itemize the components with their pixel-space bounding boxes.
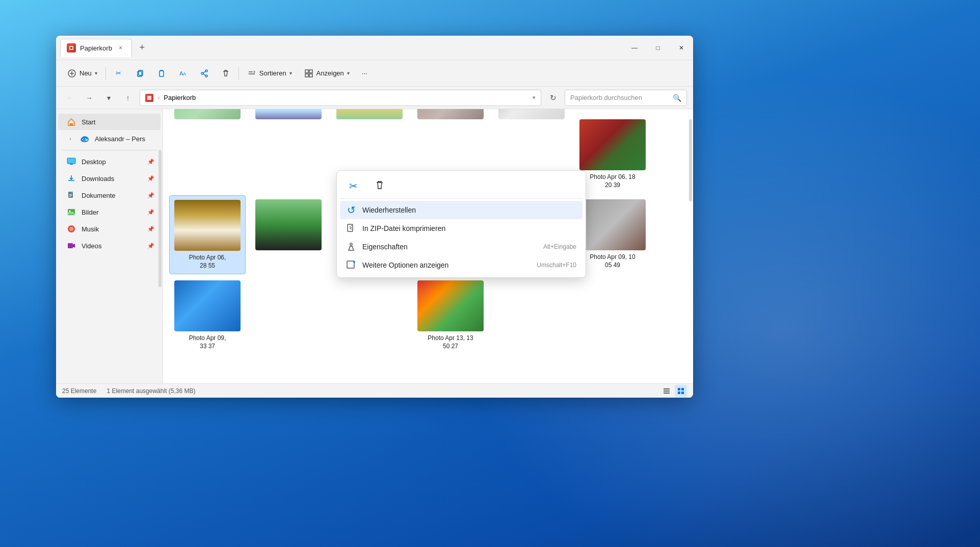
ctx-restore-item[interactable]: ↺ Wiederherstellen: [340, 201, 582, 219]
papierkorb-tab[interactable]: Papierkorb ×: [60, 39, 132, 57]
status-bar: 25 Elemente 1 Element ausgewählt (5,36 M…: [56, 383, 693, 398]
spacer: [250, 276, 327, 354]
sidebar-item-start[interactable]: Start: [58, 114, 161, 130]
ctx-more-label: Weitere Optionen anzeigen: [362, 261, 448, 269]
list-item[interactable]: Photo Apr 09,33 37: [169, 276, 246, 354]
file-scrollbar[interactable]: [689, 119, 692, 201]
svg-rect-46: [681, 388, 684, 390]
sidebar-downloads-label: Downloads: [82, 175, 114, 183]
list-item[interactable]: Photo Apr 06,28 55: [169, 195, 246, 274]
zip-icon: [346, 223, 356, 233]
svg-rect-24: [67, 158, 75, 164]
sidebar-item-cloud[interactable]: › Aleksandr – Pers: [58, 131, 161, 147]
list-view-button[interactable]: [660, 385, 673, 397]
list-item[interactable]: Photo Apr 13, 1350 27: [412, 276, 489, 354]
ctx-cut-button[interactable]: ✂: [344, 177, 362, 195]
ctx-properties-item[interactable]: Eigenschaften Alt+Eingabe: [340, 238, 582, 256]
copy-button[interactable]: [130, 66, 150, 81]
tab-label: Papierkorb: [80, 44, 112, 52]
svg-point-34: [71, 228, 72, 229]
new-button[interactable]: Neu ▾: [62, 66, 102, 81]
svg-rect-41: [347, 261, 354, 268]
sort-icon: [247, 69, 256, 78]
download-icon: [66, 173, 76, 184]
file-thumbnail: [579, 119, 646, 170]
sidebar-scrollbar[interactable]: [158, 150, 162, 287]
sidebar-item-documents[interactable]: Dokumente 📌: [58, 187, 161, 203]
refresh-button[interactable]: ↻: [545, 90, 561, 106]
videos-pin-icon: 📌: [147, 243, 154, 249]
minimize-button[interactable]: —: [623, 40, 646, 56]
cut-button[interactable]: ✂: [109, 66, 128, 81]
sidebar-item-videos[interactable]: Videos 📌: [58, 238, 161, 254]
sidebar-item-desktop[interactable]: Desktop 📌: [58, 153, 161, 170]
more-button[interactable]: ···: [357, 66, 373, 80]
new-tab-button[interactable]: +: [134, 40, 150, 56]
svg-rect-43: [664, 390, 670, 392]
svg-rect-47: [678, 392, 680, 394]
sidebar-divider: [62, 150, 156, 150]
paste-button[interactable]: [152, 66, 171, 81]
maximize-button[interactable]: □: [646, 40, 670, 56]
ctx-zip-item[interactable]: In ZIP-Datei komprimieren: [340, 219, 582, 238]
file-thumbnail: [498, 109, 565, 119]
sidebar-item-music[interactable]: Musik 📌: [58, 221, 161, 237]
item-count: 25 Elemente: [62, 387, 96, 395]
svg-rect-48: [681, 392, 684, 394]
grid-view-button[interactable]: [675, 385, 687, 397]
svg-rect-28: [69, 195, 72, 196]
main-content: Start › Aleksandr – Pers: [56, 109, 693, 383]
sort-button[interactable]: Sortieren ▾: [242, 66, 297, 81]
rename-button[interactable]: A A: [173, 66, 193, 81]
sidebar-cloud-label: Aleksandr – Pers: [95, 135, 145, 143]
music-pin-icon: 📌: [147, 226, 154, 232]
new-chevron: ▾: [95, 70, 97, 76]
address-dropdown-icon: ▾: [533, 94, 536, 101]
rename-icon: A A: [178, 69, 188, 78]
list-item[interactable]: [250, 195, 327, 274]
share-button[interactable]: [195, 66, 214, 81]
list-item[interactable]: [169, 109, 246, 193]
svg-rect-37: [350, 226, 351, 227]
separator-1: [105, 67, 106, 80]
desktop-icon: [66, 157, 76, 167]
svg-point-9: [201, 72, 203, 74]
svg-rect-5: [160, 71, 164, 76]
ctx-more-options-item[interactable]: Weitere Optionen anzeigen Umschalt+F10: [340, 256, 582, 274]
up-button[interactable]: ↑: [120, 90, 136, 106]
ctx-restore-label: Wiederherstellen: [362, 206, 416, 214]
file-name: Photo Apr 13, 1350 27: [428, 334, 473, 350]
file-thumbnail: [579, 199, 646, 250]
documents-icon: [66, 190, 76, 200]
file-name: Photo Apr 06,28 55: [189, 254, 226, 270]
sidebar-desktop-label: Desktop: [82, 158, 106, 166]
share-icon: [200, 69, 209, 78]
svg-rect-45: [678, 388, 680, 390]
view-button[interactable]: Anzeigen ▾: [299, 66, 355, 81]
svg-rect-27: [69, 194, 72, 195]
close-button[interactable]: ✕: [670, 40, 693, 56]
selected-info: 1 Element ausgewählt (5,36 MB): [107, 387, 195, 395]
images-icon: [66, 207, 76, 217]
svg-rect-29: [69, 196, 71, 197]
forward-button[interactable]: →: [82, 90, 97, 106]
back-button[interactable]: ←: [62, 90, 77, 106]
search-field[interactable]: Papierkorb durchsuchen 🔍: [565, 90, 687, 106]
ctx-properties-label: Eigenschaften: [362, 243, 408, 251]
address-field[interactable]: › Papierkorb ▾: [140, 90, 541, 106]
sort-chevron: ▾: [289, 70, 292, 76]
ctx-delete-button[interactable]: [370, 177, 389, 195]
svg-line-11: [203, 71, 205, 73]
sidebar: Start › Aleksandr – Pers: [56, 109, 163, 383]
delete-button[interactable]: [216, 66, 235, 81]
context-menu-icon-row: ✂: [340, 174, 582, 199]
tab-close-button[interactable]: ×: [116, 43, 125, 53]
context-menu: ✂ ↺ Wiederherstellen: [336, 170, 586, 278]
sidebar-item-downloads[interactable]: Downloads 📌: [58, 170, 161, 187]
list-item[interactable]: [250, 109, 327, 193]
recent-button[interactable]: ▾: [101, 90, 116, 106]
view-chevron: ▾: [347, 70, 350, 76]
address-bar: ← → ▾ ↑ › Papierkorb ▾ ↻ Papierkorb durc…: [56, 87, 693, 109]
file-thumbnail: [255, 199, 322, 250]
sidebar-item-images[interactable]: Bilder 📌: [58, 204, 161, 220]
